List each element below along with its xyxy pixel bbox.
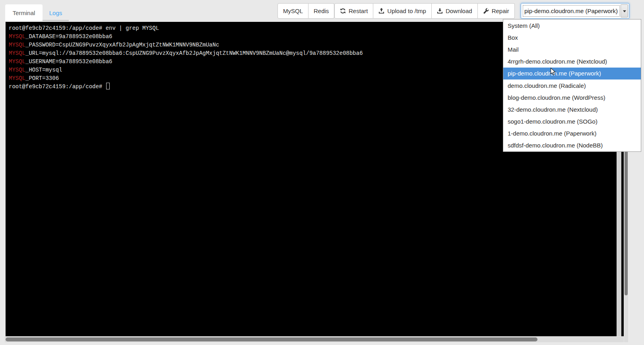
terminal-text-segment: MYSQL (9, 33, 25, 40)
dropdown-option[interactable]: blog-demo.cloudron.me (WordPress) (503, 91, 641, 103)
dropdown-option[interactable]: sdfdsf-demo.cloudron.me (NodeBB) (503, 140, 641, 151)
dropdown-option[interactable]: 32-demo.cloudron.me (Nextcloud) (503, 103, 641, 115)
terminal-text-segment: _DATABASE=9a7889532e08bba6 (25, 33, 112, 40)
button-label: Download (446, 8, 472, 14)
tab-bar: Terminal Logs (5, 4, 69, 21)
horizontal-scrollbar-thumb[interactable] (6, 337, 537, 341)
terminal-text-segment: MYSQL (9, 58, 25, 65)
terminal-text-segment: _USERNAME=9a7889532e08bba6 (25, 58, 112, 65)
dropdown-option[interactable]: pip-demo.cloudron.me (Paperwork) (503, 68, 641, 79)
terminal-text-segment: MYSQL (9, 67, 25, 73)
dropdown-option[interactable]: sogo1-demo.cloudron.me (SOGo) (503, 116, 641, 128)
tab-logs[interactable]: Logs (43, 4, 69, 21)
mouse-cursor-icon (550, 68, 556, 78)
terminal-text-segment: MYSQL (9, 75, 25, 81)
dropdown-option[interactable]: System (All) (503, 19, 641, 31)
button-label: Upload to /tmp (387, 8, 426, 14)
download-icon (437, 8, 443, 14)
tab-terminal[interactable]: Terminal (5, 4, 43, 21)
terminal-text-segment: MYSQL (9, 42, 25, 48)
dropdown-option[interactable]: demo.cloudron.me (Radicale) (503, 79, 641, 91)
terminal-text-segment: _URL=mysql://9a7889532e08bba6:CspUZNG9Pu… (25, 50, 363, 56)
chevron-down-icon (623, 10, 626, 14)
terminal-text-segment: root@fe9cb72c4159:/app/code# env | grep … (9, 25, 159, 31)
dropdown-option[interactable]: Box (503, 31, 641, 43)
upload-icon (378, 8, 384, 14)
terminal-text-segment: _PASSWORD=CspUZNG9PuvzXqyxAfb2JpAgMxjqtZ… (25, 42, 219, 48)
app-select-dropdown: System (All)BoxMail4rrgrh-demo.cloudron.… (503, 19, 641, 152)
horizontal-scrollbar-track[interactable] (5, 337, 624, 342)
button-label: MySQL (283, 8, 303, 14)
app-select-value: pip-demo.cloudron.me (Paperwork) (523, 6, 619, 16)
upload-to-tmp-button[interactable]: Upload to /tmp (373, 3, 432, 19)
app-select[interactable]: pip-demo.cloudron.me (Paperwork) (521, 3, 629, 19)
redis-button[interactable]: Redis (308, 3, 334, 19)
dropdown-option[interactable]: Mail (503, 43, 641, 55)
button-label: Restart (349, 8, 368, 14)
button-label: Repair (492, 8, 509, 14)
terminal-text-segment: _PORT=3306 (25, 75, 59, 81)
repair-button[interactable]: Repair (478, 3, 515, 19)
database-button-group: MySQLRedis (277, 3, 334, 19)
select-arrow-button[interactable] (621, 4, 628, 17)
restart-button[interactable]: Restart (334, 3, 373, 19)
terminal-text-segment: MYSQL (9, 50, 25, 56)
restart-icon (340, 8, 346, 14)
terminal-text-segment: _HOST=mysql (25, 67, 62, 73)
button-label: Redis (314, 8, 329, 14)
terminal-cursor (106, 83, 110, 89)
action-button-group: RestartUpload to /tmpDownloadRepair (334, 3, 515, 19)
download-button[interactable]: Download (432, 3, 478, 19)
mysql-button[interactable]: MySQL (277, 3, 308, 19)
repair-icon (483, 8, 489, 14)
dropdown-option[interactable]: 1-demo.cloudron.me (Paperwork) (503, 128, 641, 140)
dropdown-option[interactable]: 4rrgrh-demo.cloudron.me (Nextcloud) (503, 56, 641, 68)
terminal-text-segment: root@fe9cb72c4159:/app/code# (9, 83, 106, 90)
